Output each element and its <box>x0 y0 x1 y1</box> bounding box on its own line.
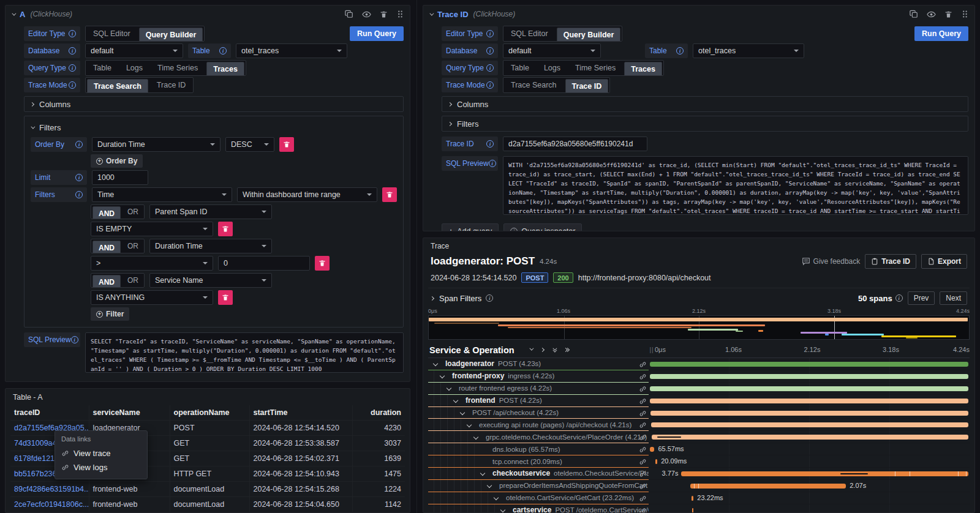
filter-value-select[interactable]: Within dashboard time range <box>237 187 377 202</box>
span-name-cell[interactable]: oteldemo.CartService/GetCart (23.22ms) <box>428 492 649 504</box>
expand-one-icon[interactable] <box>540 348 545 352</box>
span-row[interactable]: executing api route (pages) /api/checkou… <box>428 419 970 431</box>
span-duration-bar[interactable] <box>690 484 846 489</box>
chevron-down-icon[interactable] <box>473 435 478 440</box>
order-by-field-select[interactable]: Duration Time <box>92 137 221 152</box>
query-type-toggle-option-traces[interactable]: Traces <box>206 62 244 76</box>
span-link-icon[interactable] <box>639 482 647 492</box>
span-name-cell[interactable]: frontendPOST (4.22s) <box>428 395 649 407</box>
span-link-icon[interactable] <box>639 421 647 431</box>
span-link-icon[interactable] <box>639 433 647 443</box>
view-trace-link[interactable]: View trace <box>61 446 141 460</box>
span-row[interactable]: frontendPOST (4.22s) <box>428 395 970 407</box>
span-row[interactable]: tcp.connect (20.09ms)20.09ms <box>428 455 970 468</box>
span-duration-bar[interactable] <box>681 471 968 476</box>
limit-input[interactable] <box>92 170 148 185</box>
span-name-cell[interactable]: frontend-proxyingress (4.22s) <box>428 370 649 383</box>
drag-handle-icon[interactable] <box>396 10 404 18</box>
span-link-icon[interactable] <box>639 494 647 504</box>
columns-section-toggle[interactable]: Columns <box>24 96 404 112</box>
span-duration-bar[interactable] <box>651 422 968 427</box>
span-row[interactable]: oteldemo.CartService/GetCart (23.22ms)23… <box>428 492 970 504</box>
table-select[interactable]: otel_traces <box>236 43 347 58</box>
trace-mode-toggle-option-trace-id[interactable]: Trace ID <box>565 79 609 93</box>
span-row[interactable]: POST /api/checkout (4.22s) <box>428 407 970 419</box>
duplicate-query-button[interactable] <box>345 10 353 18</box>
view-logs-link[interactable]: View logs <box>61 460 141 474</box>
give-feedback-button[interactable]: Give feedback <box>802 257 861 266</box>
chevron-down-icon[interactable] <box>447 386 451 391</box>
delete-query-button[interactable] <box>380 10 388 18</box>
delete-query-button[interactable] <box>944 10 952 18</box>
chevron-right-icon[interactable] <box>430 296 434 300</box>
span-row[interactable]: cartservicePOST /oteldemo.CartService/Ge… <box>428 504 970 513</box>
trace-mode-toggle-option-trace-id[interactable]: Trace ID <box>149 78 193 92</box>
chevron-down-icon[interactable] <box>487 483 492 488</box>
run-query-button[interactable]: Run Query <box>350 26 404 41</box>
trace-mode-toggle-option-trace-search[interactable]: Trace Search <box>503 78 564 92</box>
span-link-icon[interactable] <box>639 457 647 468</box>
order-by-direction-select[interactable]: DESC <box>225 137 274 152</box>
delete-filter-button[interactable] <box>315 256 330 271</box>
columns-section-toggle[interactable]: Columns <box>442 96 968 112</box>
filters-section-toggle[interactable]: Filters <box>442 116 968 132</box>
span-link-icon[interactable] <box>639 384 647 395</box>
span-name-cell[interactable]: dns.lookup (65.57ms) <box>428 443 649 455</box>
query-type-toggle-option-logs[interactable]: Logs <box>119 61 150 75</box>
filter-field-select[interactable]: Parent Span ID <box>149 204 272 219</box>
query-inspector-button[interactable]: iQuery inspector <box>503 223 582 231</box>
add-order-by-button[interactable]: +Order By <box>91 154 143 168</box>
span-link-icon[interactable] <box>639 445 647 455</box>
span-row[interactable]: loadgeneratorPOST (4.23s) <box>428 358 970 370</box>
chevron-down-icon[interactable] <box>480 471 485 476</box>
chevron-down-icon[interactable] <box>440 373 445 378</box>
span-link-icon[interactable] <box>639 397 647 407</box>
hide-query-button[interactable] <box>927 10 936 19</box>
delete-filter-button[interactable] <box>218 290 233 305</box>
span-name-cell[interactable]: loadgeneratorPOST (4.23s) <box>428 358 649 370</box>
span-duration-bar[interactable] <box>650 447 655 452</box>
span-duration-bar[interactable] <box>650 386 968 391</box>
and-or-option-and[interactable]: AND <box>92 206 121 219</box>
span-duration-bar[interactable] <box>652 435 969 440</box>
add-query-button[interactable]: +Add query <box>442 223 499 231</box>
span-link-icon[interactable] <box>639 360 647 370</box>
filter-operator-select[interactable]: IS ANYTHING <box>91 290 213 305</box>
span-duration-bar[interactable] <box>650 399 968 403</box>
filter-operator-select[interactable]: IS EMPTY <box>91 222 213 236</box>
collapse-one-icon[interactable] <box>529 346 533 351</box>
and-or-option-or[interactable]: OR <box>122 274 144 287</box>
span-name-cell[interactable]: grpc.oteldemo.CheckoutService/PlaceOrder… <box>428 431 649 443</box>
span-duration-bar[interactable] <box>692 496 693 501</box>
query-type-toggle-option-table[interactable]: Table <box>86 61 119 75</box>
editor-type-toggle-option-sql-editor[interactable]: SQL Editor <box>86 26 138 41</box>
chevron-down-icon[interactable] <box>460 410 465 415</box>
database-select[interactable]: default <box>503 43 601 58</box>
query-type-toggle-option-table[interactable]: Table <box>503 61 537 75</box>
span-row[interactable]: grpc.oteldemo.CheckoutService/PlaceOrder… <box>428 431 970 443</box>
query-type-toggle-option-time-series[interactable]: Time Series <box>568 61 623 75</box>
span-duration-bar[interactable] <box>692 508 694 513</box>
chevron-down-icon[interactable] <box>467 422 472 427</box>
query-inspector-button[interactable]: iQuery inspector <box>86 381 164 382</box>
collapse-all-icon[interactable] <box>552 348 556 353</box>
filter-field-select[interactable]: Duration Time <box>149 239 272 253</box>
drag-handle-icon[interactable] <box>961 10 968 18</box>
span-link-icon[interactable] <box>639 372 647 383</box>
and-or-option-and[interactable]: AND <box>92 275 121 288</box>
span-row[interactable]: checkoutserviceoteldemo.CheckoutService/… <box>428 468 970 480</box>
column-header-operationname[interactable]: operationName <box>170 405 249 421</box>
chevron-down-icon[interactable] <box>433 361 438 366</box>
table-select[interactable]: otel_traces <box>693 43 804 58</box>
filter-field-select[interactable]: Time <box>92 187 232 202</box>
span-link-icon[interactable] <box>639 409 647 419</box>
column-resize-handle[interactable]: || <box>649 342 655 358</box>
filters-section-toggle[interactable]: Filters <box>31 121 397 133</box>
span-name-cell[interactable]: router frontend egress (4.22s) <box>428 383 649 395</box>
span-row[interactable]: prepareOrderItemsAndShippingQuoteFromCar… <box>428 480 970 492</box>
next-button[interactable]: Next <box>940 291 967 305</box>
database-select[interactable]: default <box>85 43 183 58</box>
and-or-option-or[interactable]: OR <box>122 205 144 219</box>
query-type-toggle-option-logs[interactable]: Logs <box>537 61 568 75</box>
copy-trace-id-button[interactable]: Trace ID <box>865 254 916 269</box>
